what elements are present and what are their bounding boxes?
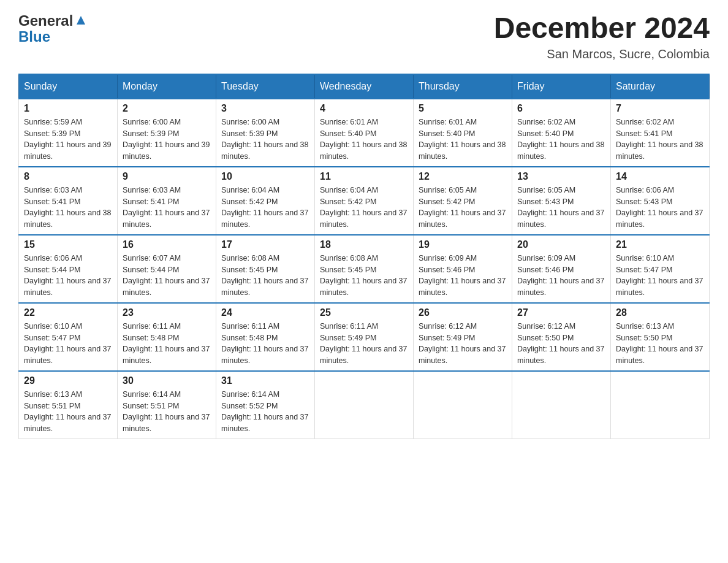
main-title: December 2024: [494, 12, 710, 45]
calendar-header-row: SundayMondayTuesdayWednesdayThursdayFrid…: [19, 74, 710, 99]
day-info: Sunrise: 6:14 AMSunset: 5:52 PMDaylight:…: [221, 389, 309, 435]
day-number: 5: [419, 103, 507, 114]
day-info: Sunrise: 6:01 AMSunset: 5:40 PMDaylight:…: [320, 117, 408, 163]
day-info: Sunrise: 6:07 AMSunset: 5:44 PMDaylight:…: [123, 253, 211, 299]
calendar-cell: 18 Sunrise: 6:08 AMSunset: 5:45 PMDaylig…: [315, 235, 414, 303]
calendar-header-monday: Monday: [118, 74, 216, 99]
calendar-cell: 14 Sunrise: 6:06 AMSunset: 5:43 PMDaylig…: [611, 167, 710, 235]
day-info: Sunrise: 6:12 AMSunset: 5:49 PMDaylight:…: [419, 321, 507, 367]
calendar-table: SundayMondayTuesdayWednesdayThursdayFrid…: [18, 74, 710, 439]
calendar-cell: 15 Sunrise: 6:06 AMSunset: 5:44 PMDaylig…: [19, 235, 118, 303]
day-info: Sunrise: 6:09 AMSunset: 5:46 PMDaylight:…: [517, 253, 605, 299]
day-info: Sunrise: 6:09 AMSunset: 5:46 PMDaylight:…: [419, 253, 507, 299]
svg-marker-0: [77, 16, 85, 25]
calendar-week-row: 1 Sunrise: 5:59 AMSunset: 5:39 PMDayligh…: [19, 99, 710, 167]
day-info: Sunrise: 6:13 AMSunset: 5:51 PMDaylight:…: [24, 389, 112, 435]
calendar-cell: 3 Sunrise: 6:00 AMSunset: 5:39 PMDayligh…: [216, 99, 315, 167]
calendar-cell: 6 Sunrise: 6:02 AMSunset: 5:40 PMDayligh…: [512, 99, 611, 167]
logo-triangle-icon: [74, 13, 88, 27]
day-number: 21: [616, 239, 704, 250]
calendar-week-row: 29 Sunrise: 6:13 AMSunset: 5:51 PMDaylig…: [19, 371, 710, 439]
day-number: 27: [517, 307, 605, 318]
calendar-header-saturday: Saturday: [611, 74, 710, 99]
calendar-cell: 11 Sunrise: 6:04 AMSunset: 5:42 PMDaylig…: [315, 167, 414, 235]
calendar-week-row: 15 Sunrise: 6:06 AMSunset: 5:44 PMDaylig…: [19, 235, 710, 303]
day-number: 30: [123, 375, 211, 386]
page-header: General Blue December 2024 San Marcos, S…: [18, 12, 710, 61]
day-info: Sunrise: 6:06 AMSunset: 5:43 PMDaylight:…: [616, 185, 704, 231]
day-number: 31: [221, 375, 309, 386]
calendar-cell: 20 Sunrise: 6:09 AMSunset: 5:46 PMDaylig…: [512, 235, 611, 303]
day-number: 8: [24, 171, 112, 182]
day-number: 11: [320, 171, 408, 182]
logo: General Blue: [18, 12, 88, 45]
calendar-cell: 21 Sunrise: 6:10 AMSunset: 5:47 PMDaylig…: [611, 235, 710, 303]
day-number: 6: [517, 103, 605, 114]
day-info: Sunrise: 6:04 AMSunset: 5:42 PMDaylight:…: [320, 185, 408, 231]
day-number: 2: [123, 103, 211, 114]
calendar-header-tuesday: Tuesday: [216, 74, 315, 99]
day-number: 3: [221, 103, 309, 114]
day-info: Sunrise: 6:00 AMSunset: 5:39 PMDaylight:…: [221, 117, 309, 163]
calendar-cell: 26 Sunrise: 6:12 AMSunset: 5:49 PMDaylig…: [414, 303, 512, 371]
day-number: 29: [24, 375, 112, 386]
day-info: Sunrise: 6:05 AMSunset: 5:42 PMDaylight:…: [419, 185, 507, 231]
day-number: 22: [24, 307, 112, 318]
calendar-cell: 27 Sunrise: 6:12 AMSunset: 5:50 PMDaylig…: [512, 303, 611, 371]
day-number: 1: [24, 103, 112, 114]
calendar-cell: 8 Sunrise: 6:03 AMSunset: 5:41 PMDayligh…: [19, 167, 118, 235]
calendar-cell: 2 Sunrise: 6:00 AMSunset: 5:39 PMDayligh…: [118, 99, 216, 167]
day-info: Sunrise: 6:12 AMSunset: 5:50 PMDaylight:…: [517, 321, 605, 367]
title-section: December 2024 San Marcos, Sucre, Colombi…: [494, 12, 710, 61]
day-number: 28: [616, 307, 704, 318]
calendar-cell: 31 Sunrise: 6:14 AMSunset: 5:52 PMDaylig…: [216, 371, 315, 439]
day-info: Sunrise: 6:08 AMSunset: 5:45 PMDaylight:…: [221, 253, 309, 299]
day-number: 9: [123, 171, 211, 182]
day-info: Sunrise: 6:03 AMSunset: 5:41 PMDaylight:…: [123, 185, 211, 231]
day-info: Sunrise: 6:02 AMSunset: 5:40 PMDaylight:…: [517, 117, 605, 163]
calendar-cell: [414, 371, 512, 439]
calendar-cell: [315, 371, 414, 439]
logo-general-text: General: [18, 12, 73, 29]
calendar-cell: 29 Sunrise: 6:13 AMSunset: 5:51 PMDaylig…: [19, 371, 118, 439]
logo-blue-text: Blue: [18, 28, 50, 45]
day-number: 14: [616, 171, 704, 182]
calendar-week-row: 8 Sunrise: 6:03 AMSunset: 5:41 PMDayligh…: [19, 167, 710, 235]
calendar-cell: 28 Sunrise: 6:13 AMSunset: 5:50 PMDaylig…: [611, 303, 710, 371]
day-info: Sunrise: 6:14 AMSunset: 5:51 PMDaylight:…: [123, 389, 211, 435]
day-number: 17: [221, 239, 309, 250]
calendar-cell: 7 Sunrise: 6:02 AMSunset: 5:41 PMDayligh…: [611, 99, 710, 167]
day-number: 25: [320, 307, 408, 318]
day-number: 15: [24, 239, 112, 250]
day-number: 13: [517, 171, 605, 182]
calendar-cell: [512, 371, 611, 439]
calendar-cell: 24 Sunrise: 6:11 AMSunset: 5:48 PMDaylig…: [216, 303, 315, 371]
day-number: 18: [320, 239, 408, 250]
calendar-cell: 22 Sunrise: 6:10 AMSunset: 5:47 PMDaylig…: [19, 303, 118, 371]
calendar-cell: 17 Sunrise: 6:08 AMSunset: 5:45 PMDaylig…: [216, 235, 315, 303]
calendar-cell: 10 Sunrise: 6:04 AMSunset: 5:42 PMDaylig…: [216, 167, 315, 235]
day-number: 16: [123, 239, 211, 250]
calendar-cell: 13 Sunrise: 6:05 AMSunset: 5:43 PMDaylig…: [512, 167, 611, 235]
day-info: Sunrise: 6:13 AMSunset: 5:50 PMDaylight:…: [616, 321, 704, 367]
day-info: Sunrise: 6:00 AMSunset: 5:39 PMDaylight:…: [123, 117, 211, 163]
calendar-header-friday: Friday: [512, 74, 611, 99]
calendar-cell: 4 Sunrise: 6:01 AMSunset: 5:40 PMDayligh…: [315, 99, 414, 167]
day-number: 12: [419, 171, 507, 182]
day-info: Sunrise: 5:59 AMSunset: 5:39 PMDaylight:…: [24, 117, 112, 163]
calendar-cell: 30 Sunrise: 6:14 AMSunset: 5:51 PMDaylig…: [118, 371, 216, 439]
calendar-cell: 1 Sunrise: 5:59 AMSunset: 5:39 PMDayligh…: [19, 99, 118, 167]
day-number: 19: [419, 239, 507, 250]
calendar-week-row: 22 Sunrise: 6:10 AMSunset: 5:47 PMDaylig…: [19, 303, 710, 371]
day-info: Sunrise: 6:10 AMSunset: 5:47 PMDaylight:…: [24, 321, 112, 367]
day-info: Sunrise: 6:08 AMSunset: 5:45 PMDaylight:…: [320, 253, 408, 299]
day-info: Sunrise: 6:10 AMSunset: 5:47 PMDaylight:…: [616, 253, 704, 299]
day-number: 26: [419, 307, 507, 318]
day-number: 20: [517, 239, 605, 250]
day-info: Sunrise: 6:04 AMSunset: 5:42 PMDaylight:…: [221, 185, 309, 231]
calendar-cell: [611, 371, 710, 439]
calendar-cell: 9 Sunrise: 6:03 AMSunset: 5:41 PMDayligh…: [118, 167, 216, 235]
day-info: Sunrise: 6:06 AMSunset: 5:44 PMDaylight:…: [24, 253, 112, 299]
day-number: 7: [616, 103, 704, 114]
calendar-cell: 12 Sunrise: 6:05 AMSunset: 5:42 PMDaylig…: [414, 167, 512, 235]
